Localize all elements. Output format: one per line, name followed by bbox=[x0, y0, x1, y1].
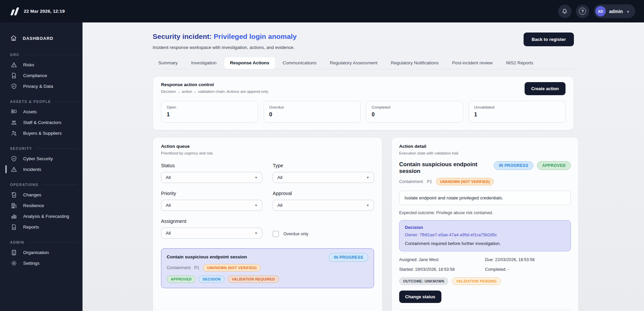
sidebar-item-reports[interactable]: Reports bbox=[10, 222, 78, 232]
user-menu[interactable]: AD admin ▼ bbox=[594, 4, 635, 18]
control-panel-subtitle: Decision → action → validation chain. Ac… bbox=[161, 89, 269, 94]
people-icon bbox=[10, 129, 17, 137]
sidebar-item-dashboard[interactable]: DASHBOARD bbox=[10, 33, 78, 45]
decision-note: Containment required before further inve… bbox=[405, 241, 565, 246]
detail-action-title: Contain suspicious endpoint session bbox=[399, 161, 494, 175]
tab-bar: Summary Investigation Response Actions C… bbox=[153, 57, 574, 69]
sidebar-section-admin: ADMIN bbox=[10, 240, 78, 244]
action-item-priority: P1 bbox=[194, 265, 199, 270]
status-badge: IN PROGRESS bbox=[494, 161, 533, 170]
change-status-button[interactable]: Change status bbox=[399, 291, 441, 303]
provenance-badge: UNKNOWN (NOT VERIFIED) bbox=[436, 178, 494, 185]
tab-regulatory-notifications[interactable]: Regulatory Notifications bbox=[385, 57, 444, 69]
chevron-down-icon: ▼ bbox=[626, 10, 630, 14]
tab-nis2-reports[interactable]: NIS2 Reports bbox=[500, 57, 539, 69]
main-content: Security incident: Privileged login anom… bbox=[83, 22, 644, 311]
sidebar-item-assets[interactable]: Assets bbox=[10, 106, 78, 117]
bar-chart-icon bbox=[10, 212, 17, 220]
decision-box: Decision Owner: 7fb61ae7-e5ae-47a4-a95d-… bbox=[399, 220, 571, 251]
page-subtitle: Incident response workspace with investi… bbox=[153, 45, 297, 50]
document-chart-icon bbox=[10, 223, 17, 231]
action-queue-item[interactable]: Contain suspicious endpoint session IN P… bbox=[161, 248, 374, 288]
sidebar-item-analysis-forecasting[interactable]: Analysis & Forecasting bbox=[10, 211, 78, 222]
sidebar-item-risks[interactable]: Risks bbox=[10, 59, 78, 70]
user-name: admin bbox=[609, 9, 623, 14]
overdue-only-checkbox[interactable] bbox=[273, 231, 279, 237]
building-icon bbox=[10, 249, 17, 256]
stat-card-unvalidated: Unvalidated 1 bbox=[469, 101, 566, 123]
approval-badge: APPROVED bbox=[537, 161, 571, 170]
decision-owner: Owner: 7fb61ae7-e5ae-47a4-a95d-ef1ca75b2… bbox=[405, 233, 565, 237]
detail-subtitle: Execution state with validation trail. bbox=[399, 151, 571, 155]
create-action-button[interactable]: Create action bbox=[525, 82, 566, 95]
completed-value: Completed: - bbox=[485, 267, 571, 272]
tab-summary[interactable]: Summary bbox=[153, 57, 183, 69]
bell-icon bbox=[561, 7, 568, 15]
sidebar-item-buyers-suppliers[interactable]: Buyers & Suppliers bbox=[10, 128, 78, 138]
tab-communications[interactable]: Communications bbox=[277, 57, 322, 69]
sidebar-item-settings[interactable]: Settings bbox=[10, 258, 78, 268]
decision-badge: DECISION bbox=[199, 275, 225, 283]
stat-card-overdue: Overdue 0 bbox=[264, 101, 361, 123]
action-detail-panel: Action detail Execution state with valid… bbox=[391, 137, 579, 311]
sidebar-item-compliance[interactable]: Compliance bbox=[10, 70, 78, 81]
sidebar-item-staff-contractors[interactable]: Staff & Contractors bbox=[10, 117, 78, 128]
sidebar-section-assets-people: ASSETS & PEOPLE bbox=[10, 100, 78, 104]
divider bbox=[399, 310, 571, 310]
approval-filter-select[interactable]: All ▼ bbox=[273, 200, 374, 211]
provenance-badge: UNKNOWN (NOT VERIFIED) bbox=[203, 264, 261, 271]
queue-title: Action queue bbox=[161, 144, 374, 149]
action-item-type: Containment bbox=[167, 265, 191, 270]
action-description: Isolate endpoint and rotate privileged c… bbox=[399, 191, 571, 205]
due-value: Due: 22/03/2026, 18:53:58 bbox=[485, 257, 571, 262]
app-logo-icon bbox=[11, 7, 18, 15]
sidebar-item-cyber-security[interactable]: Cyber Security bbox=[10, 153, 78, 164]
gear-icon bbox=[10, 259, 17, 267]
building-icon bbox=[10, 202, 17, 209]
approved-badge: APPROVED bbox=[167, 275, 196, 283]
priority-filter-label: Priority bbox=[161, 191, 262, 196]
started-value: Started: 19/03/2026, 18:53:58 bbox=[399, 267, 485, 272]
chevron-down-icon: ▼ bbox=[366, 176, 369, 179]
validation-required-badge: VALIDATION REQUIRED bbox=[228, 275, 279, 283]
overdue-only-label: Overdue only bbox=[283, 232, 308, 236]
warning-triangle-icon bbox=[10, 61, 17, 68]
topbar-datetime: 22 Mar 2026, 12:19 bbox=[24, 9, 65, 14]
priority-filter-select[interactable]: All ▼ bbox=[161, 200, 262, 211]
chevron-down-icon: ▼ bbox=[366, 204, 369, 207]
assigned-value: Assigned: Jane West bbox=[399, 257, 485, 262]
notifications-button[interactable] bbox=[558, 5, 572, 18]
home-icon bbox=[10, 35, 17, 43]
control-panel-title: Response action control bbox=[161, 82, 269, 87]
outcome-badge: OUTCOME: UNKNOWN bbox=[399, 277, 448, 285]
sidebar-item-changes[interactable]: Changes bbox=[10, 189, 78, 200]
stat-card-completed: Completed 0 bbox=[366, 101, 463, 123]
chevron-down-icon: ▼ bbox=[255, 232, 258, 235]
sidebar-section-security: SECURITY bbox=[10, 146, 78, 150]
back-to-register-button[interactable]: Back to register bbox=[524, 33, 574, 46]
detail-title: Action detail bbox=[399, 144, 571, 149]
sidebar-item-organisation[interactable]: Organisation bbox=[10, 247, 78, 258]
tab-investigation[interactable]: Investigation bbox=[185, 57, 222, 69]
help-button[interactable]: ? bbox=[576, 5, 589, 18]
tab-response-actions[interactable]: Response Actions bbox=[224, 57, 275, 69]
chevron-down-icon: ▼ bbox=[255, 204, 258, 207]
status-filter-label: Status bbox=[161, 163, 262, 168]
assignment-filter-label: Assignment bbox=[161, 219, 262, 224]
sidebar-item-incidents[interactable]: Incidents bbox=[10, 164, 78, 175]
tab-post-incident-review[interactable]: Post-incident review bbox=[446, 57, 498, 69]
sidebar-item-privacy-data[interactable]: Privacy & Data bbox=[10, 81, 78, 91]
page-title: Security incident: Privileged login anom… bbox=[153, 33, 297, 41]
assignment-filter-select[interactable]: All ▼ bbox=[161, 228, 262, 239]
clipboard-check-icon bbox=[10, 191, 17, 198]
detail-action-priority: P1 bbox=[427, 179, 432, 184]
sidebar-item-resilience[interactable]: Resilience bbox=[10, 200, 78, 211]
expected-outcome: Expected outcome: Privilege abuse risk c… bbox=[399, 210, 571, 215]
status-badge: IN PROGRESS bbox=[329, 253, 368, 262]
type-filter-select[interactable]: All ▼ bbox=[273, 172, 374, 183]
tab-regulatory-assessment[interactable]: Regulatory Assessment bbox=[324, 57, 383, 69]
status-filter-select[interactable]: All ▼ bbox=[161, 172, 262, 183]
decision-title: Decision bbox=[405, 225, 565, 230]
sidebar-section-grc: GRC bbox=[10, 53, 78, 57]
shield-check-icon bbox=[10, 82, 17, 90]
